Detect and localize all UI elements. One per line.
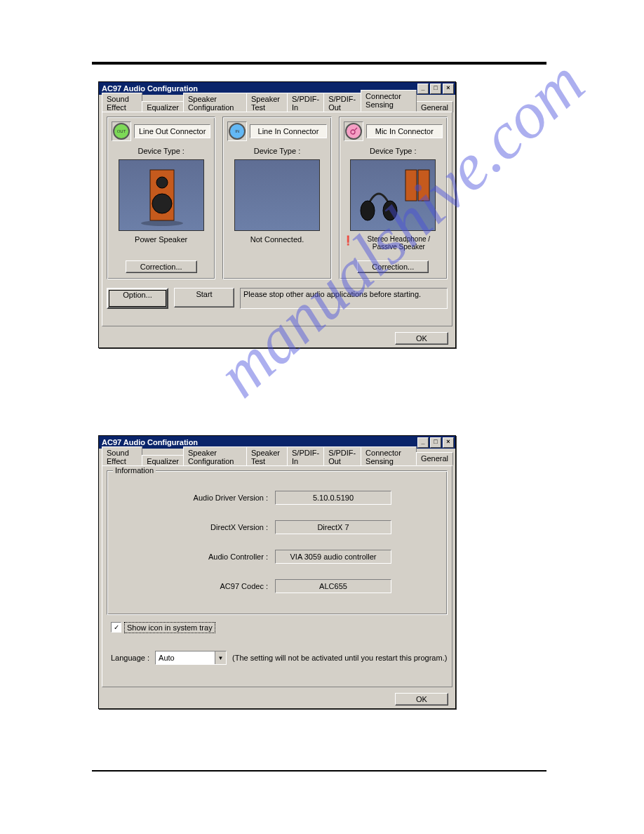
- connector-card-micin: Mic In Connector Device Type :: [339, 117, 448, 279]
- correction-button[interactable]: Correction...: [126, 260, 197, 273]
- info-value-directx: DirectX 7: [275, 520, 391, 534]
- connector-card-lineout: OUT Line Out Connector Device Type : Pow…: [107, 117, 215, 279]
- connector-label: Line In Connector: [250, 124, 326, 138]
- tab-sound-effect[interactable]: Sound Effect: [102, 93, 142, 112]
- tab-spdif-in[interactable]: S/PDIF-In: [287, 93, 324, 112]
- svg-point-8: [361, 201, 375, 220]
- device-image-speaker: [119, 159, 204, 231]
- language-note: (The setting will not be activated until…: [232, 654, 447, 662]
- info-label-driver: Audio Driver Version :: [163, 494, 275, 502]
- minimize-button[interactable]: _: [417, 84, 429, 94]
- device-type-label: Device Type :: [112, 147, 210, 155]
- info-value-codec: ALC655: [275, 579, 391, 593]
- device-image-headphone: [350, 159, 436, 231]
- show-icon-checkbox[interactable]: ✓: [111, 622, 121, 633]
- info-value-controller: VIA 3059 audio controller: [275, 550, 391, 564]
- tab-speaker-configuration[interactable]: Speaker Configuration: [183, 446, 247, 466]
- page-divider-bottom: [92, 770, 546, 772]
- svg-rect-7: [418, 170, 429, 201]
- info-label-controller: Audio Controller :: [163, 552, 275, 561]
- tab-speaker-test[interactable]: Speaker Test: [246, 93, 288, 112]
- tab-equalizer[interactable]: Equalizer: [142, 101, 184, 112]
- maximize-button[interactable]: □: [430, 437, 441, 448]
- close-button[interactable]: ×: [443, 84, 454, 94]
- window-title: AC97 Audio Configuration: [102, 438, 417, 446]
- ok-button[interactable]: OK: [395, 332, 448, 345]
- info-label-codec: AC97 Codec :: [163, 582, 275, 590]
- jack-icon-blue: IN: [227, 121, 247, 141]
- correction-button[interactable]: Correction...: [357, 260, 429, 273]
- svg-point-4: [351, 130, 355, 134]
- warning-icon: ❗: [344, 235, 352, 245]
- language-label: Language :: [111, 654, 149, 662]
- option-button[interactable]: Option...: [107, 288, 168, 309]
- info-label-directx: DirectX Version :: [163, 523, 275, 531]
- device-name: Stereo Headphone / Passive Speaker: [355, 235, 443, 251]
- svg-line-5: [355, 128, 357, 130]
- device-name: Not Connected.: [250, 235, 304, 244]
- tab-spdif-out[interactable]: S/PDIF-Out: [323, 93, 361, 112]
- device-type-label: Device Type :: [344, 147, 443, 155]
- info-value-driver: 5.10.0.5190: [275, 491, 391, 505]
- close-button[interactable]: ×: [443, 437, 454, 448]
- tab-speaker-test[interactable]: Speaker Test: [246, 446, 288, 466]
- information-group: Information Audio Driver Version : 5.10.…: [107, 470, 448, 615]
- tab-spdif-out[interactable]: S/PDIF-Out: [323, 446, 361, 466]
- tab-general[interactable]: General: [416, 101, 453, 112]
- group-legend: Information: [113, 466, 156, 475]
- maximize-button[interactable]: □: [430, 84, 441, 94]
- window-general: AC97 Audio Configuration _ □ × Sound Eff…: [98, 435, 456, 709]
- tab-connector-sensing[interactable]: Connector Sensing: [361, 90, 417, 112]
- tab-row: Sound Effect Equalizer Speaker Configura…: [102, 451, 452, 465]
- tab-row: Sound Effect Equalizer Speaker Configura…: [102, 98, 452, 112]
- svg-rect-6: [405, 170, 417, 201]
- message-box: Please stop other audio applications bef…: [240, 288, 448, 309]
- svg-point-1: [156, 177, 168, 188]
- page-divider-top: [92, 62, 546, 65]
- language-value: Auto: [156, 654, 215, 662]
- tab-spdif-in[interactable]: S/PDIF-In: [287, 446, 324, 466]
- connector-label: Line Out Connector: [134, 124, 210, 138]
- tab-connector-sensing[interactable]: Connector Sensing: [361, 446, 417, 466]
- language-combo[interactable]: Auto ▼: [155, 651, 227, 665]
- ok-button[interactable]: OK: [395, 693, 448, 706]
- jack-icon-green: OUT: [112, 121, 131, 141]
- svg-point-2: [152, 194, 172, 213]
- tab-equalizer[interactable]: Equalizer: [142, 455, 184, 466]
- tab-speaker-configuration[interactable]: Speaker Configuration: [183, 93, 247, 112]
- window-connector-sensing: AC97 Audio Configuration _ □ × Sound Eff…: [98, 81, 456, 348]
- svg-point-3: [141, 220, 183, 226]
- tab-sound-effect[interactable]: Sound Effect: [102, 446, 142, 466]
- svg-point-9: [383, 201, 397, 220]
- show-icon-label: Show icon in system tray: [126, 623, 214, 632]
- jack-icon-pink: [344, 121, 363, 141]
- chevron-down-icon: ▼: [215, 651, 226, 664]
- minimize-button[interactable]: _: [417, 437, 429, 448]
- start-button[interactable]: Start: [174, 288, 234, 307]
- device-type-label: Device Type :: [227, 147, 326, 155]
- tab-general[interactable]: General: [416, 452, 453, 465]
- connector-label: Mic In Connector: [366, 124, 443, 138]
- connector-card-linein: IN Line In Connector Device Type : Not C…: [222, 117, 331, 279]
- device-name: Power Speaker: [135, 235, 187, 244]
- device-image-none: [234, 159, 320, 231]
